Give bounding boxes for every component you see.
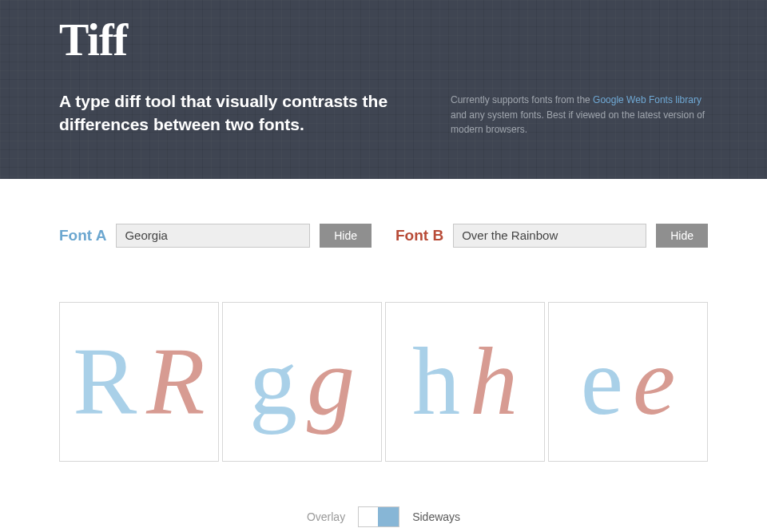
support-prefix: Currently supports fonts from the bbox=[451, 94, 593, 105]
view-toggle-row: Overlay Sideways bbox=[59, 462, 708, 527]
logo: Tiff bbox=[59, 14, 708, 66]
font-a-input[interactable] bbox=[116, 224, 310, 248]
font-a-label: Font A bbox=[59, 227, 106, 244]
letter-font-a: e bbox=[581, 334, 623, 430]
letter-cell: h h bbox=[385, 302, 545, 462]
letter-font-b: g bbox=[307, 334, 355, 430]
header: Tiff A type diff tool that visually cont… bbox=[0, 0, 767, 179]
font-b-input[interactable] bbox=[453, 224, 646, 248]
support-suffix: and any system fonts. Best if viewed on … bbox=[451, 109, 705, 136]
toggle-label-overlay: Overlay bbox=[307, 510, 345, 523]
font-a-hide-button[interactable]: Hide bbox=[320, 224, 372, 248]
font-controls: Font A Hide Font B Hide bbox=[59, 179, 708, 248]
letter-font-a: g bbox=[249, 334, 297, 430]
toggle-label-sideways: Sideways bbox=[412, 510, 460, 523]
font-b-label: Font B bbox=[395, 227, 443, 244]
letter-font-a: h bbox=[412, 334, 460, 430]
font-b-hide-button[interactable]: Hide bbox=[656, 224, 708, 248]
google-fonts-link[interactable]: Google Web Fonts library bbox=[593, 94, 701, 105]
view-toggle[interactable] bbox=[358, 506, 399, 527]
letter-cell: e e bbox=[548, 302, 708, 462]
font-a-group: Font A Hide bbox=[59, 224, 372, 248]
letter-font-b: e bbox=[633, 334, 675, 430]
letter-grid: R R g g h h e e bbox=[59, 248, 708, 462]
letter-cell: R R bbox=[59, 302, 219, 462]
support-text: Currently supports fonts from the Google… bbox=[451, 89, 708, 137]
toggle-knob bbox=[378, 507, 399, 526]
tagline: A type diff tool that visually contrasts… bbox=[59, 89, 419, 137]
letter-cell: g g bbox=[222, 302, 382, 462]
letter-font-b: h bbox=[470, 334, 518, 430]
letter-font-b: R bbox=[146, 334, 205, 430]
font-b-group: Font B Hide bbox=[395, 224, 708, 248]
letter-font-a: R bbox=[73, 334, 137, 430]
